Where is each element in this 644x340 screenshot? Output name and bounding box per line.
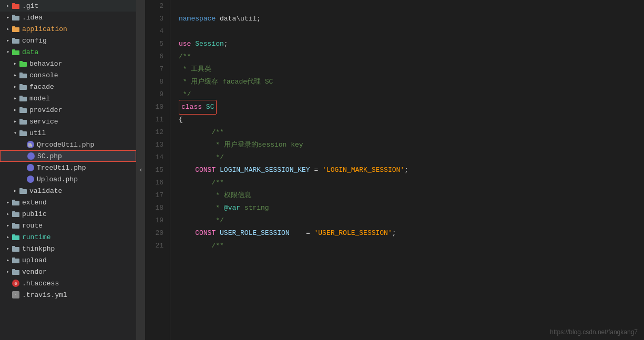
sidebar-item-extend[interactable]: extend <box>0 197 136 208</box>
arrow-icon <box>12 95 19 101</box>
sidebar-item-thinkphp[interactable]: thinkphp <box>0 243 136 254</box>
svg-rect-3 <box>12 15 15 16</box>
code-line-4 <box>179 25 644 38</box>
code-content: namespace data\util; use Session; /** * … <box>170 0 644 340</box>
sidebar-item-provider[interactable]: provider <box>0 104 136 116</box>
sidebar-item-htaccess[interactable]: ⚙ .htaccess <box>0 277 136 289</box>
svg-rect-22 <box>19 131 27 136</box>
keyword-const: CONST <box>195 164 216 177</box>
sidebar-item-util[interactable]: util <box>0 127 136 139</box>
comment-text: /** <box>179 50 191 63</box>
svg-rect-15 <box>19 84 23 86</box>
svg-rect-10 <box>19 62 27 67</box>
php-file-icon <box>26 163 35 172</box>
comment-text: * 权限信息 <box>179 189 251 202</box>
code-text <box>216 227 220 240</box>
sidebar-item-label: TreeUtil.php <box>37 164 86 172</box>
sidebar-item-label: QrcodeUtil.php <box>37 141 94 149</box>
folder-icon <box>12 48 20 56</box>
htaccess-file-icon: ⚙ <box>12 279 20 287</box>
sidebar-item-label: service <box>29 118 58 126</box>
file-tree: .git .idea application config data <box>0 0 137 340</box>
arrow-icon <box>4 257 12 263</box>
travis-file-icon: · <box>12 291 20 299</box>
sidebar-item-facade[interactable]: facade <box>0 81 136 92</box>
arrow-icon <box>4 211 12 217</box>
svg-rect-37 <box>12 235 19 240</box>
sidebar-item-label: util <box>29 129 46 137</box>
code-text: = <box>290 227 314 240</box>
sidebar-item-treeutil[interactable]: TreeUtil.php <box>0 162 136 173</box>
code-line-14: */ <box>179 151 644 164</box>
sidebar-item-behavior[interactable]: behavior <box>0 58 136 69</box>
folder-icon <box>19 106 27 114</box>
arrow-icon <box>4 199 12 205</box>
sidebar-item-label: Upload.php <box>37 176 78 183</box>
folder-icon <box>12 2 20 10</box>
code-line-5: use Session; <box>179 38 644 50</box>
comment-text: * 用户登录的session key <box>179 139 303 151</box>
string-value: 'LOGIN_MARK_SESSION' <box>322 164 404 177</box>
svg-rect-20 <box>19 120 27 125</box>
code-text: { <box>179 114 183 126</box>
code-line-16: /** <box>179 177 644 189</box>
arrow-icon <box>12 60 19 67</box>
svg-rect-32 <box>12 200 15 201</box>
sidebar-item-data[interactable]: data <box>0 46 136 58</box>
highlight-box: class SC <box>179 100 217 115</box>
svg-rect-44 <box>12 269 15 271</box>
folder-icon <box>12 267 20 276</box>
sidebar-item-label: public <box>22 210 47 218</box>
sidebar-item-validate[interactable]: validate <box>0 185 136 197</box>
line-numbers: 2 3 4 5 6 7 8 9 10 11 12 13 14 15 16 17 … <box>145 0 170 340</box>
sidebar-item-public[interactable]: public <box>0 208 136 220</box>
arrow-icon <box>4 26 12 32</box>
folder-icon <box>12 244 20 253</box>
sidebar-item-runtime[interactable]: runtime <box>0 231 136 243</box>
comment-text: */ <box>179 88 191 101</box>
sidebar-item-service[interactable]: service <box>0 116 136 127</box>
sidebar-item-git[interactable]: .git <box>0 0 136 12</box>
svg-rect-17 <box>19 96 23 97</box>
sidebar-item-model[interactable]: model <box>0 92 136 104</box>
svg-rect-9 <box>12 49 15 51</box>
folder-icon <box>12 210 20 218</box>
code-line-20: CONST USER_ROLE_SESSION = 'USER_ROLE_SES… <box>179 227 644 240</box>
code-line-2 <box>179 0 644 13</box>
sidebar-item-console[interactable]: console <box>0 69 136 81</box>
arrow-icon <box>4 234 12 240</box>
class-name-sc: SC <box>206 101 214 114</box>
sidebar-item-sc[interactable]: SC.php <box>0 150 136 162</box>
collapse-sidebar-button[interactable]: ‹ <box>137 0 145 340</box>
folder-icon <box>12 221 20 230</box>
arrow-icon <box>4 14 12 20</box>
sidebar-item-label: behavior <box>29 60 62 68</box>
code-line-10: class SC <box>179 101 644 114</box>
comment-text: * 用户缓存 facade代理 SC <box>179 76 273 88</box>
keyword-use: use <box>179 38 191 50</box>
sidebar-item-travis[interactable]: · .travis.yml <box>0 289 136 301</box>
sidebar-item-upload-dir[interactable]: upload <box>0 254 136 266</box>
sidebar-item-label: upload <box>22 256 47 264</box>
arrow-icon <box>4 3 12 9</box>
arrow-icon <box>12 72 19 78</box>
const-name: LOGIN_MARK_SESSION_KEY <box>220 164 310 177</box>
sidebar-item-config[interactable]: config <box>0 35 136 46</box>
svg-rect-34 <box>12 211 15 213</box>
sidebar-item-route[interactable]: route <box>0 220 136 231</box>
sidebar-item-vendor[interactable]: vendor <box>0 266 136 277</box>
collapse-icon: ‹ <box>139 167 142 174</box>
sidebar-item-application[interactable]: application <box>0 23 136 35</box>
code-line-15: CONST LOGIN_MARK_SESSION_KEY = 'LOGIN_MA… <box>179 164 644 177</box>
sidebar-item-label: .htaccess <box>22 280 59 287</box>
svg-rect-5 <box>12 26 15 28</box>
sidebar-item-label: route <box>22 222 43 230</box>
sidebar-item-upload-php[interactable]: Upload.php <box>0 173 136 185</box>
code-text: ; <box>392 227 396 240</box>
sidebar-item-label: SC.php <box>37 152 62 160</box>
sidebar-item-qrcodeutil[interactable]: 🐘 QrcodeUtil.php <box>0 139 136 150</box>
sidebar-item-label: vendor <box>22 268 47 276</box>
keyword-namespace: namespace <box>179 13 216 25</box>
sidebar-item-idea[interactable]: .idea <box>0 12 136 23</box>
svg-rect-13 <box>19 73 23 74</box>
